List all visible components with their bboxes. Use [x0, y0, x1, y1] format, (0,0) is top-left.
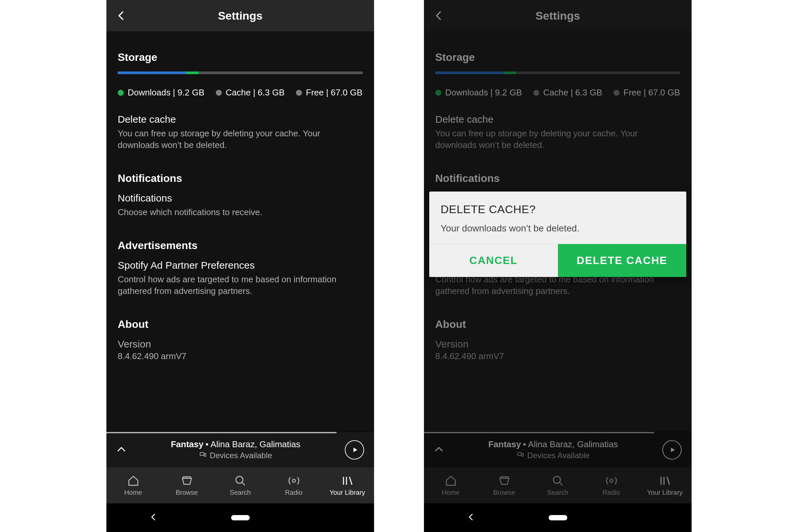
settings-content: Storage Downloads | 9.2 GB Cache | 6.3 G…: [107, 31, 374, 432]
play-button[interactable]: [662, 440, 682, 459]
android-back-button[interactable]: [149, 513, 158, 523]
np-progress: [107, 432, 337, 433]
tab-library-label: Your Library: [329, 489, 365, 496]
phone-screen-1: Settings Storage Downloads | 9.2 GB Cach…: [107, 0, 374, 532]
bottom-tab-bar: Home Browse Search Radio Your Library: [424, 468, 691, 504]
play-button[interactable]: [345, 440, 364, 459]
storage-seg-free: [198, 72, 363, 74]
chevron-left-icon: [149, 513, 158, 521]
tab-library[interactable]: Your Library: [321, 468, 374, 504]
legend-downloads: Downloads | 9.2 GB: [435, 88, 522, 98]
legend-free-label: Free | 67.0 GB: [306, 88, 362, 98]
storage-legend: Downloads | 9.2 GB Cache | 6.3 GB Free |…: [118, 88, 363, 98]
svg-rect-1: [204, 453, 206, 456]
legend-downloads: Downloads | 9.2 GB: [118, 88, 205, 98]
chevron-left-icon: [467, 513, 475, 521]
delete-cache-item[interactable]: Delete cache You can free up storage by …: [118, 114, 363, 151]
ads-item[interactable]: Spotify Ad Partner Preferences Control h…: [118, 260, 363, 297]
chevron-left-icon: [433, 10, 444, 21]
ads-title: Spotify Ad Partner Preferences: [118, 260, 363, 271]
about-heading: About: [435, 318, 680, 330]
page-title: Settings: [107, 9, 374, 22]
radio-icon: [606, 475, 618, 487]
version-label: Version: [118, 339, 363, 350]
android-home-pill[interactable]: [549, 515, 567, 520]
version-value: 8.4.62.490 armV7: [435, 351, 680, 361]
np-expand-button[interactable]: [116, 444, 126, 456]
legend-free: Free | 67.0 GB: [613, 88, 680, 98]
storage-seg-downloads: [118, 72, 186, 74]
tab-radio[interactable]: Radio: [267, 468, 321, 504]
browse-icon: [181, 475, 193, 487]
notifications-heading: Notifications: [118, 172, 363, 185]
about-version: Version 8.4.62.490 armV7: [118, 339, 363, 361]
dot-cache-icon: [533, 90, 539, 96]
storage-seg-cache: [186, 72, 198, 74]
dialog-cancel-button[interactable]: CANCEL: [429, 244, 558, 277]
android-home-pill[interactable]: [231, 515, 250, 520]
svg-rect-4: [517, 453, 521, 456]
tab-home[interactable]: Home: [107, 468, 160, 504]
tab-browse-label: Browse: [493, 489, 515, 496]
storage-heading: Storage: [435, 51, 680, 63]
legend-cache: Cache | 6.3 GB: [533, 88, 602, 98]
tab-search[interactable]: Search: [531, 468, 585, 504]
legend-cache-label: Cache | 6.3 GB: [543, 88, 602, 98]
np-devices-label: Devices Available: [210, 451, 272, 460]
android-nav-bar: [107, 504, 374, 532]
bottom-tab-bar: Home Browse Search Radio Your Library: [107, 468, 374, 504]
storage-bar: [435, 72, 680, 74]
tab-home[interactable]: Home: [424, 468, 477, 504]
tab-radio[interactable]: Radio: [585, 468, 638, 504]
ads-desc: Control how ads are targeted to me based…: [435, 274, 674, 297]
svg-rect-0: [200, 453, 204, 456]
tab-browse[interactable]: Browse: [160, 468, 213, 504]
page-title: Settings: [424, 9, 691, 22]
tab-library-label: Your Library: [647, 489, 683, 496]
search-icon: [234, 475, 246, 487]
np-expand-button[interactable]: [434, 444, 444, 456]
ads-heading: Advertisements: [118, 240, 363, 252]
svg-point-3: [292, 479, 295, 482]
tab-search[interactable]: Search: [213, 468, 267, 504]
phone-screen-2: Settings Storage Downloads | 9.2 GB Cach…: [424, 0, 691, 532]
tab-browse[interactable]: Browse: [477, 468, 531, 504]
play-icon: [352, 446, 358, 453]
legend-free-label: Free | 67.0 GB: [624, 88, 680, 98]
now-playing-bar[interactable]: Fantasy•Alina Baraz, Galimatias Devices …: [107, 432, 374, 468]
tab-home-label: Home: [125, 489, 142, 496]
search-icon: [552, 475, 564, 487]
browse-icon: [498, 475, 510, 487]
delete-cache-dialog: DELETE CACHE? Your downloads won’t be de…: [429, 191, 686, 277]
home-icon: [445, 475, 457, 487]
storage-seg-downloads: [435, 72, 504, 74]
devices-icon: [517, 451, 524, 460]
dot-free-icon: [296, 90, 302, 96]
delete-cache-title: Delete cache: [435, 114, 680, 125]
tab-radio-label: Radio: [603, 489, 620, 496]
dialog-confirm-button[interactable]: DELETE CACHE: [558, 244, 687, 277]
tab-library[interactable]: Your Library: [638, 468, 691, 504]
tab-search-label: Search: [547, 489, 568, 496]
android-back-button[interactable]: [467, 513, 475, 523]
notifications-item[interactable]: Notifications Choose which notifications…: [118, 192, 363, 218]
delete-cache-title: Delete cache: [118, 114, 363, 125]
delete-cache-desc: You can free up storage by deleting your…: [118, 128, 357, 151]
app-header: Settings: [107, 0, 374, 31]
library-icon: [659, 475, 671, 487]
svg-point-7: [610, 479, 613, 482]
home-icon: [127, 475, 139, 487]
chevron-up-icon: [434, 444, 444, 454]
now-playing-bar[interactable]: Fantasy•Alina Baraz, Galimatias Devices …: [424, 432, 691, 468]
legend-cache-label: Cache | 6.3 GB: [226, 88, 285, 98]
delete-cache-item[interactable]: Delete cache You can free up storage by …: [435, 114, 680, 151]
svg-point-2: [236, 476, 243, 483]
back-button[interactable]: [116, 10, 127, 21]
devices-icon: [199, 451, 207, 460]
chevron-up-icon: [116, 444, 126, 454]
back-button[interactable]: [433, 10, 444, 21]
dialog-title: DELETE CACHE?: [440, 203, 675, 216]
tab-browse-label: Browse: [175, 489, 198, 496]
dot-cache-icon: [216, 90, 222, 96]
library-icon: [341, 475, 354, 487]
